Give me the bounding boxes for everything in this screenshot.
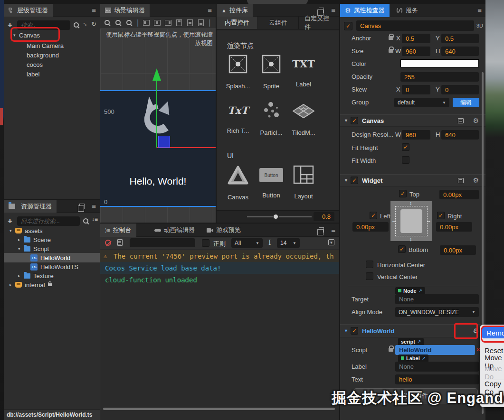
inspector-tab[interactable]: ⚙ 属性检查器 — [340, 4, 390, 17]
tree-node-main-camera[interactable]: Main Camera — [4, 41, 100, 50]
gizmo-y-axis-line[interactable] — [156, 81, 157, 148]
log-level-dropdown[interactable]: All▼ — [231, 238, 263, 248]
helloworld-comp-gear-icon[interactable]: ⚙ — [473, 327, 479, 335]
asset-helloworldts[interactable]: TSHelloWorldTS — [4, 262, 100, 271]
console-hscrollbar[interactable] — [103, 408, 335, 410]
collapse-arrow-icon[interactable]: ▼ — [344, 118, 350, 123]
font-size-icon[interactable]: I — [268, 239, 271, 246]
skew-x-field[interactable]: 0 — [402, 85, 430, 94]
expand-arrow-icon[interactable]: ▾ — [18, 246, 24, 251]
library-item-particle[interactable]: Particl... — [256, 101, 287, 136]
library-menu-icon[interactable]: ≡ — [331, 6, 335, 14]
service-tab[interactable]: 服务 — [390, 4, 424, 17]
widget-right-checkbox[interactable] — [437, 212, 445, 219]
collapse-arrow-icon[interactable]: ▼ — [344, 328, 350, 333]
library-item-tiledmap[interactable]: TiledM... — [288, 101, 319, 136]
mode-3d-label[interactable]: 3D — [476, 23, 483, 28]
tab-cloud-components[interactable]: 云组件 — [257, 17, 298, 29]
asset-script-folder[interactable]: ▾Script — [4, 244, 100, 253]
library-tab[interactable]: ▲ 控件库 — [217, 4, 253, 17]
library-popout-icon[interactable] — [319, 8, 324, 13]
widget-bottom-checkbox[interactable] — [398, 245, 406, 253]
tree-node-background[interactable]: background — [4, 50, 100, 60]
external-link-icon[interactable]: ↗ — [422, 355, 426, 361]
tree-node-canvas[interactable]: ▾ Canvas — [4, 30, 100, 40]
widget-top-field[interactable]: 0.00px — [439, 190, 479, 199]
library-item-canvas[interactable]: Canvas — [222, 165, 254, 201]
node-active-checkbox[interactable] — [344, 22, 352, 30]
target-field[interactable]: None — [395, 294, 479, 304]
hierarchy-refresh-icon[interactable]: ↻ — [91, 20, 96, 28]
console-menu-icon[interactable]: ≡ — [331, 226, 335, 234]
gizmo-y-axis-arrow[interactable] — [152, 68, 161, 81]
hierarchy-search-icon[interactable] — [73, 22, 80, 28]
scene-tab[interactable]: 场景编辑器 — [100, 4, 150, 17]
zoom-slider-handle[interactable] — [273, 214, 279, 220]
skew-y-field[interactable]: 0 — [441, 85, 479, 94]
color-swatch[interactable] — [400, 59, 479, 67]
widget-comp-checkbox[interactable] — [351, 177, 358, 184]
log-file-icon[interactable] — [117, 239, 123, 246]
widget-left-field[interactable]: 0.00px — [352, 222, 389, 232]
assets-tab[interactable]: 资源管理器 — [4, 200, 57, 213]
align-left-icon[interactable] — [143, 20, 150, 26]
size-w-field[interactable]: 960 — [402, 47, 430, 56]
label-field[interactable]: None — [395, 362, 479, 372]
inspector-menu-icon[interactable]: ≡ — [477, 6, 482, 14]
log-success[interactable]: cloud-function unloaded — [100, 274, 339, 286]
regex-checkbox[interactable] — [202, 239, 209, 247]
assets-search-icon[interactable] — [83, 218, 89, 224]
external-link-icon[interactable]: ↗ — [418, 288, 422, 293]
library-item-layout[interactable]: Layout — [288, 165, 319, 200]
external-link-icon[interactable]: ↗ — [417, 339, 421, 344]
log-info[interactable]: Cocos Service load base data! — [100, 262, 339, 274]
widget-bottom-field[interactable]: 0.00px — [440, 245, 476, 255]
helloworld-comp-checkbox[interactable] — [351, 327, 358, 335]
asset-texture-folder[interactable]: ▸Texture — [4, 271, 100, 280]
anchor-x-field[interactable]: 0.5 — [402, 34, 430, 43]
design-w-field[interactable]: 960 — [402, 130, 430, 140]
fit-height-checkbox[interactable] — [402, 143, 409, 151]
tab-builtin-controls[interactable]: 内置控件 — [217, 17, 257, 29]
expand-arrow-icon[interactable]: ▸ — [10, 282, 15, 287]
add-asset-button[interactable]: + — [8, 216, 12, 226]
library-item-button[interactable]: Button Button — [256, 165, 287, 199]
menu-item-remove[interactable]: Remove — [482, 327, 504, 338]
fit-width-checkbox[interactable] — [402, 156, 409, 164]
font-size-dropdown[interactable]: 14▼ — [277, 238, 300, 248]
help-doc-icon[interactable] — [458, 118, 464, 123]
hierarchy-locate-icon[interactable]: ↔ — [81, 19, 91, 28]
asset-scene-folder[interactable]: ▸Scene — [4, 235, 100, 244]
hierarchy-search-input[interactable] — [17, 20, 70, 30]
hierarchy-menu-icon[interactable]: ≡ — [92, 6, 96, 14]
align-h-center-icon[interactable] — [154, 20, 161, 26]
lock-icon[interactable] — [389, 49, 393, 53]
asset-internal[interactable]: ▸internal — [4, 280, 100, 289]
expand-arrow-icon[interactable]: ▾ — [10, 228, 15, 233]
game-preview-tab[interactable]: 游戏预览 — [201, 224, 247, 237]
widget-right-field[interactable]: 0.00px — [436, 222, 472, 232]
clear-console-icon[interactable] — [105, 240, 111, 246]
widget-comp-gear-icon[interactable]: ⚙ — [473, 177, 479, 184]
group-dropdown[interactable]: default▼ — [394, 98, 449, 107]
hierarchy-tab[interactable]: 层级管理器 — [4, 4, 53, 17]
scene-viewport[interactable]: 使用鼠标右键平移视窗焦点，使用滚轮缩放视图 500 0 500 Hello, W… — [100, 28, 216, 223]
canvas-comp-checkbox[interactable] — [351, 117, 358, 124]
log-warning[interactable]: ⚠ The current '7456' preview port is alr… — [100, 250, 339, 262]
zoom-in-icon[interactable] — [104, 19, 111, 26]
collapse-arrow-icon[interactable]: ▼ — [344, 178, 350, 183]
console-popout-icon[interactable] — [319, 227, 324, 233]
tree-node-label[interactable]: label — [4, 69, 100, 79]
text-field[interactable]: hello — [395, 374, 479, 384]
library-item-splash[interactable]: Splash... — [222, 54, 254, 90]
opacity-field[interactable]: 255 — [400, 72, 479, 82]
asset-helloworld[interactable]: TSHelloWorld — [4, 253, 100, 262]
lock-icon[interactable] — [389, 36, 393, 40]
align-right-icon[interactable] — [165, 20, 171, 26]
node-name-field[interactable]: Canvas — [356, 20, 474, 31]
zoom-out-icon[interactable] — [115, 19, 122, 26]
gizmo-z-handle[interactable] — [158, 136, 170, 148]
zoom-value-field[interactable]: 0.8 — [314, 212, 334, 221]
align-top-icon[interactable] — [176, 19, 182, 26]
tab-custom-controls[interactable]: 自定义控件 — [298, 17, 339, 29]
